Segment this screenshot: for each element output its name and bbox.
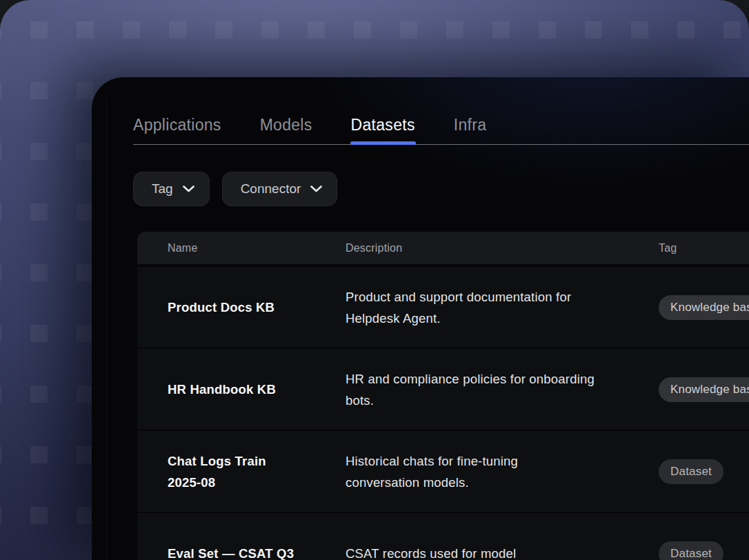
filter-bar: Tag Connector	[133, 172, 337, 206]
table-header-row: Name Description Tag	[137, 232, 749, 264]
tab-infra[interactable]: Infra	[454, 116, 487, 145]
tag-pill: Dataset	[659, 459, 723, 484]
datasets-table: Name Description Tag Product Docs KB Pro…	[137, 232, 749, 560]
tab-applications[interactable]: Applications	[133, 116, 221, 145]
tag-pill: Dataset	[659, 541, 723, 560]
dataset-description: Historical chats for fine-tuning convers…	[346, 450, 659, 493]
dataset-name: Eval Set — CSAT Q3	[137, 543, 346, 560]
table-row[interactable]: Chat Logs Train 2025-08 Historical chats…	[137, 431, 749, 512]
active-tab-indicator	[350, 141, 416, 145]
chevron-down-icon	[183, 186, 194, 192]
connector-filter-label: Connector	[241, 181, 301, 197]
tag-filter-label: Tag	[152, 181, 173, 197]
dataset-description: CSAT records used for model	[346, 543, 659, 560]
tag-filter-dropdown[interactable]: Tag	[133, 172, 210, 206]
dataset-name: Product Docs KB	[137, 297, 346, 318]
tab-label: Datasets	[351, 116, 415, 134]
column-header-description: Description	[346, 242, 659, 254]
column-header-name: Name	[137, 242, 346, 254]
dataset-name: Chat Logs Train 2025-08	[137, 450, 346, 493]
connector-filter-dropdown[interactable]: Connector	[222, 172, 338, 206]
table-row[interactable]: Product Docs KB Product and support docu…	[137, 267, 749, 348]
tab-datasets[interactable]: Datasets	[351, 116, 415, 145]
tab-label: Models	[260, 116, 312, 134]
dataset-description: HR and compliance policies for onboardin…	[346, 368, 659, 411]
tab-label: Infra	[454, 116, 487, 134]
window-left-inset-line	[106, 98, 107, 560]
screenshot-root: Applications Models Datasets Infra Tag	[0, 0, 749, 560]
tab-models[interactable]: Models	[260, 116, 312, 145]
table-row[interactable]: HR Handbook KB HR and compliance policie…	[137, 349, 749, 430]
dataset-name: HR Handbook KB	[137, 379, 346, 400]
chevron-down-icon	[310, 186, 322, 192]
table-row[interactable]: Eval Set — CSAT Q3 CSAT records used for…	[137, 513, 749, 560]
tab-bar: Applications Models Datasets Infra	[133, 116, 486, 145]
tag-pill: Knowledge base	[659, 377, 749, 402]
dataset-description: Product and support documentation for He…	[346, 286, 659, 329]
tag-pill: Knowledge base	[659, 295, 749, 320]
column-header-tag: Tag	[659, 242, 749, 254]
tab-label: Applications	[133, 116, 221, 134]
app-window: Applications Models Datasets Infra Tag	[92, 77, 749, 560]
